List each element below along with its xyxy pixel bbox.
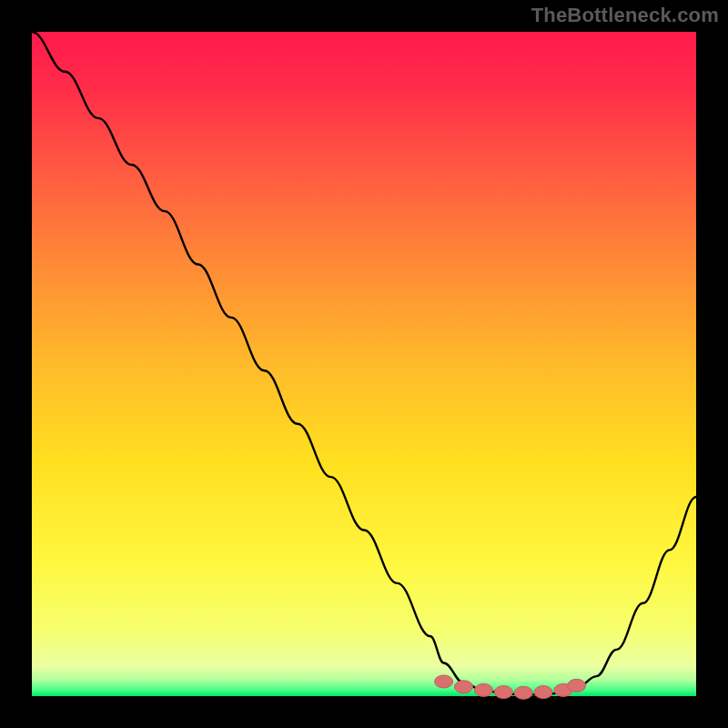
optimal-marker — [568, 679, 586, 692]
watermark-text: TheBottleneck.com — [531, 4, 719, 27]
optimal-marker — [534, 686, 552, 699]
optimal-marker — [514, 686, 532, 699]
chart-frame: TheBottleneck.com — [0, 0, 728, 728]
chart-svg — [0, 0, 728, 728]
optimal-marker — [435, 675, 453, 688]
plot-background — [32, 32, 696, 696]
optimal-marker — [494, 686, 512, 699]
optimal-marker — [455, 681, 473, 693]
optimal-marker — [474, 683, 492, 696]
